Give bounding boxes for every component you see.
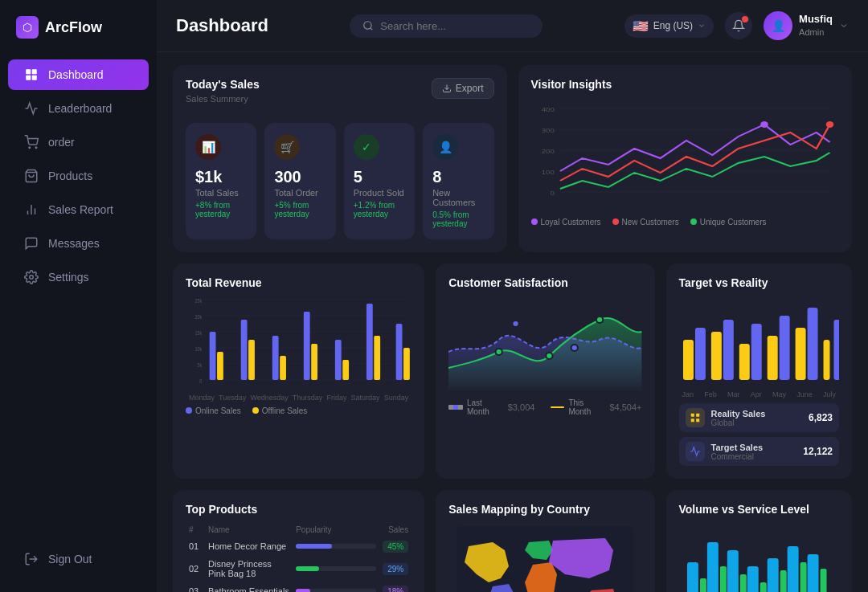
- table-row: 01 Home Decor Range 45%: [186, 537, 411, 555]
- svg-rect-86: [780, 570, 786, 592]
- products-table: # Name Popularity Sales 01 Home Decor Ra…: [186, 522, 411, 592]
- svg-rect-45: [304, 312, 310, 380]
- svg-rect-71: [696, 414, 699, 417]
- user-chevron-icon: [839, 21, 849, 31]
- sidebar-item-products[interactable]: Products: [8, 161, 149, 191]
- svg-rect-59: [694, 328, 705, 380]
- sales-report-label: Sales Report: [48, 203, 113, 216]
- sales-badge-1: 45%: [383, 541, 408, 553]
- svg-rect-80: [787, 546, 798, 592]
- sidebar: ⬡ ArcFlow Dashboard Leaderboard order Pr…: [0, 0, 157, 592]
- sidebar-item-sign-out[interactable]: Sign Out: [8, 544, 149, 574]
- svg-rect-79: [767, 558, 778, 592]
- visitor-insights-card: Visitor Insights 400 300 200 100 0: [518, 65, 853, 252]
- stat-new-customers: 👤 8 New Customers 0.5% from yesterday: [423, 123, 493, 239]
- svg-rect-87: [800, 562, 806, 592]
- svg-rect-2: [26, 76, 31, 80]
- notification-dot: [742, 16, 748, 22]
- total-revenue-card: Total Revenue 25k 20k 15k 10: [173, 263, 424, 479]
- sales-header: Today's Sales Sales Summery Export: [186, 78, 494, 113]
- revenue-chart: 25k 20k 15k 10k 5k 0: [186, 296, 411, 392]
- logo-area[interactable]: ⬡ ArcFlow: [0, 16, 157, 58]
- stat-total-order: 🛒 300 Total Order +5% from yesterday: [264, 123, 335, 239]
- sidebar-item-leaderboard[interactable]: Leaderboard: [8, 93, 149, 124]
- tvr-chart: [679, 296, 839, 384]
- svg-text:200: 200: [541, 148, 554, 155]
- sidebar-item-messages[interactable]: Messages: [8, 228, 149, 259]
- stat-cards: 📊 $1k Total Sales +8% from yesterday 🛒 3…: [186, 123, 494, 239]
- svg-rect-68: [823, 340, 829, 380]
- total-order-change: +5% from yesterday: [274, 201, 326, 218]
- volume-service-title: Volume vs Service Level: [679, 503, 839, 516]
- revenue-legend: Online Sales Offline Sales: [186, 406, 411, 415]
- prod-pop-2: [293, 555, 379, 582]
- export-button[interactable]: Export: [432, 78, 494, 99]
- svg-point-56: [513, 320, 519, 327]
- prod-name-1: Home Decor Range: [205, 537, 293, 555]
- svg-rect-0: [26, 69, 31, 74]
- legend-unique: Unique Customers: [690, 218, 767, 227]
- new-customers-value: 8: [432, 168, 484, 186]
- language-button[interactable]: 🇺🇸 Eng (US): [624, 14, 714, 38]
- messages-label: Messages: [48, 237, 100, 250]
- svg-rect-77: [727, 550, 738, 592]
- svg-rect-3: [32, 76, 37, 80]
- visitor-chart: 400 300 200 100 0: [531, 100, 840, 205]
- prod-name-2: Disney Princess Pink Bag 18: [205, 555, 293, 582]
- legend-loyal: Loyal Customers: [531, 218, 601, 227]
- sidebar-item-dashboard[interactable]: Dashboard: [8, 59, 149, 90]
- top-products-card: Top Products # Name Popularity Sales 01: [173, 490, 424, 592]
- sales-report-icon: [24, 202, 39, 217]
- reality-info: Reality Sales Global: [711, 409, 802, 427]
- sidebar-item-sales-report[interactable]: Sales Report: [8, 194, 149, 225]
- product-sold-label: Product Sold: [354, 188, 405, 198]
- prod-pop-1: [293, 537, 379, 555]
- topbar: Dashboard 🇺🇸 Eng (US) 👤 Musfiq Admin: [157, 0, 868, 52]
- svg-rect-62: [739, 344, 749, 380]
- notification-button[interactable]: [725, 12, 752, 39]
- user-avatar-area[interactable]: 👤 Musfiq Admin: [764, 11, 849, 40]
- legend-new: New Customers: [612, 218, 679, 227]
- svg-rect-67: [807, 308, 817, 380]
- search-input[interactable]: [380, 20, 525, 32]
- svg-rect-84: [739, 574, 746, 592]
- bot-row: Top Products # Name Popularity Sales 01: [173, 490, 852, 592]
- export-label: Export: [456, 83, 484, 94]
- svg-rect-58: [683, 340, 694, 380]
- mid-row: Total Revenue 25k 20k 15k 10: [173, 263, 852, 479]
- svg-text:400: 400: [541, 106, 554, 113]
- reality-sub: Global: [711, 418, 802, 427]
- user-role: Admin: [799, 27, 833, 38]
- sales-mapping-title: Sales Mapping by Country: [448, 503, 641, 516]
- target-vs-reality-title: Target vs Reality: [679, 276, 839, 289]
- search-bar[interactable]: [350, 14, 542, 38]
- svg-point-4: [29, 147, 31, 149]
- svg-text:15k: 15k: [195, 329, 203, 336]
- sidebar-item-order[interactable]: order: [8, 127, 149, 157]
- sidebar-item-settings[interactable]: Settings: [8, 262, 149, 292]
- this-month-line: [551, 406, 564, 408]
- svg-rect-69: [833, 320, 839, 380]
- flag-icon: 🇺🇸: [633, 18, 649, 34]
- svg-text:0: 0: [199, 378, 202, 384]
- dashboard-content: Today's Sales Sales Summery Export 📊 $1k…: [157, 52, 868, 592]
- chevron-down-icon: [698, 22, 706, 30]
- customer-satisfaction-card: Customer Satisfaction: [436, 263, 654, 479]
- svg-rect-52: [403, 348, 410, 380]
- svg-text:20k: 20k: [195, 313, 203, 320]
- svg-rect-42: [248, 340, 255, 380]
- svg-rect-82: [699, 578, 706, 592]
- settings-icon: [24, 270, 39, 284]
- svg-rect-1: [32, 69, 37, 74]
- svg-point-57: [571, 345, 578, 351]
- svg-point-53: [496, 349, 502, 355]
- new-customers-label: New Customers: [432, 188, 484, 207]
- svg-rect-81: [807, 554, 818, 592]
- visitor-legend: Loyal Customers New Customers Unique Cus…: [531, 218, 840, 227]
- svg-point-5: [35, 147, 37, 149]
- svg-rect-46: [311, 344, 317, 380]
- svg-text:25k: 25k: [195, 297, 203, 304]
- topbar-right: 🇺🇸 Eng (US) 👤 Musfiq Admin: [624, 11, 849, 40]
- svg-point-26: [825, 121, 833, 128]
- order-label: order: [48, 136, 75, 149]
